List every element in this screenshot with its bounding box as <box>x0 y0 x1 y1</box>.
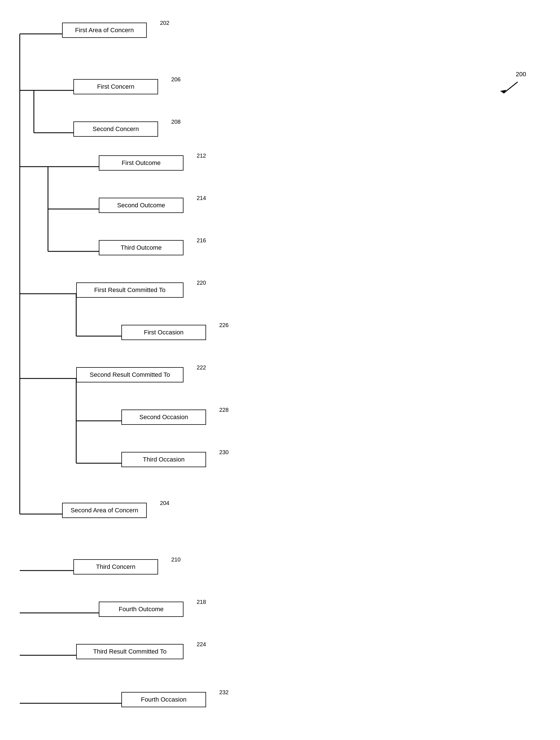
arrow-200-icon <box>498 79 526 96</box>
ref-210: 210 <box>171 556 181 563</box>
ref-214: 214 <box>197 195 206 201</box>
svg-line-26 <box>503 82 518 93</box>
fourth-occasion-label: Fourth Occasion <box>121 692 206 707</box>
ref-222: 222 <box>197 364 206 371</box>
first-outcome-label: First Outcome <box>99 155 184 171</box>
ref-204: 204 <box>160 500 170 506</box>
ref-226: 226 <box>219 322 229 329</box>
third-outcome-label: Third Outcome <box>99 240 184 255</box>
first-occasion-label: First Occasion <box>121 325 206 340</box>
first-result-box: First Result Committed To 220 <box>76 282 184 298</box>
first-occasion-box: First Occasion 226 <box>121 325 206 340</box>
second-outcome-label: Second Outcome <box>99 198 184 213</box>
second-concern-box: Second Concern 208 <box>74 121 158 137</box>
ref-232: 232 <box>219 689 229 696</box>
third-concern-label: Third Concern <box>74 559 158 574</box>
ref-230: 230 <box>219 449 229 456</box>
second-outcome-box: Second Outcome 214 <box>99 198 184 213</box>
diagram-ref-arrow: 200 <box>498 79 526 98</box>
ref-208: 208 <box>171 119 181 125</box>
ref-218: 218 <box>197 599 206 605</box>
fourth-outcome-label: Fourth Outcome <box>99 602 184 617</box>
ref-212: 212 <box>197 153 206 159</box>
second-concern-label: Second Concern <box>74 121 158 137</box>
first-concern-box: First Concern 206 <box>74 79 158 94</box>
ref-220: 220 <box>197 280 206 286</box>
ref-206: 206 <box>171 76 181 83</box>
third-occasion-box: Third Occasion 230 <box>121 452 206 467</box>
first-area-of-concern-label: First Area of Concern <box>62 23 147 38</box>
first-result-label: First Result Committed To <box>76 282 184 298</box>
second-area-of-concern-label: Second Area of Concern <box>62 503 147 518</box>
third-result-box: Third Result Committed To 224 <box>76 644 184 659</box>
second-result-label: Second Result Committed To <box>76 367 184 382</box>
ref-216: 216 <box>197 237 206 244</box>
ref-224: 224 <box>197 641 206 648</box>
second-occasion-label: Second Occasion <box>121 409 206 425</box>
first-outcome-box: First Outcome 212 <box>99 155 184 171</box>
third-result-label: Third Result Committed To <box>76 644 184 659</box>
second-result-box: Second Result Committed To 222 <box>76 367 184 382</box>
third-occasion-label: Third Occasion <box>121 452 206 467</box>
fourth-outcome-box: Fourth Outcome 218 <box>99 602 184 617</box>
second-area-of-concern-box: Second Area of Concern 204 <box>62 503 147 518</box>
fourth-occasion-box: Fourth Occasion 232 <box>121 692 206 707</box>
first-area-of-concern-box: First Area of Concern 202 <box>62 23 147 38</box>
second-occasion-box: Second Occasion 228 <box>121 409 206 425</box>
first-concern-label: First Concern <box>74 79 158 94</box>
ref-228: 228 <box>219 407 229 413</box>
ref-200-label: 200 <box>516 71 526 78</box>
third-concern-box: Third Concern 210 <box>74 559 158 574</box>
third-outcome-box: Third Outcome 216 <box>99 240 184 255</box>
ref-202: 202 <box>160 20 170 26</box>
